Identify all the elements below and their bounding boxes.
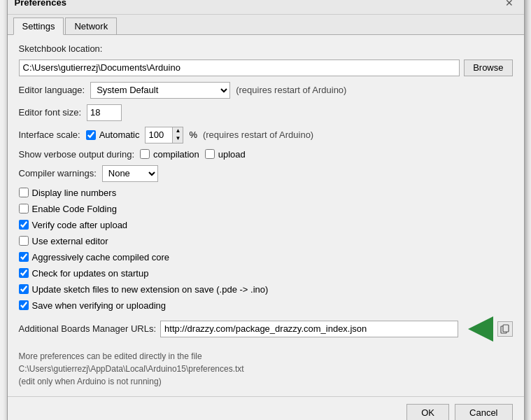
scale-spinbox: ▲ ▼ [145, 127, 183, 144]
boards-url-input[interactable] [160, 321, 458, 337]
auto-scale-checkbox-row: Automatic [86, 130, 140, 140]
editor-language-label: Editor language: [19, 85, 85, 95]
spinbox-up[interactable]: ▲ [173, 127, 183, 135]
tab-network[interactable]: Network [65, 18, 117, 34]
compiler-warnings-select[interactable]: None [102, 165, 158, 182]
copy-icon[interactable] [497, 321, 513, 337]
verbose-row: Show verbose output during: compilation … [19, 149, 513, 160]
sketchbook-input[interactable] [19, 59, 460, 76]
enable-code-folding-checkbox[interactable] [19, 204, 29, 214]
check-updates-checkbox[interactable] [19, 268, 29, 278]
tabs-container: Settings Network [8, 15, 524, 35]
compilation-checkbox[interactable] [140, 149, 150, 159]
ok-button[interactable]: OK [406, 404, 449, 421]
check-updates-row: Check for updates on startup [19, 268, 513, 279]
enable-code-folding-row: Enable Code Folding [19, 204, 513, 214]
editor-font-input[interactable] [87, 104, 122, 121]
upload-checkbox-row: upload [205, 149, 246, 160]
use-external-editor-label: Use external editor [32, 236, 108, 246]
save-when-verifying-label: Save when verifying or uploading [32, 300, 167, 311]
auto-scale-checkbox[interactable] [86, 130, 96, 140]
update-sketch-checkbox[interactable] [19, 284, 29, 294]
title-bar: Preferences ✕ [8, 0, 524, 15]
compiler-warnings-row: Compiler warnings: None [19, 165, 513, 182]
prefs-note: (edit only when Arduino is not running) [19, 375, 513, 388]
aggressive-cache-row: Aggressively cache compiled core [19, 252, 513, 262]
save-when-verifying-checkbox[interactable] [19, 300, 29, 310]
scale-input[interactable] [146, 127, 172, 143]
aggressive-cache-label: Aggressively cache compiled core [32, 252, 170, 262]
verbose-label: Show verbose output during: [19, 149, 135, 160]
display-line-numbers-label: Display line numbers [32, 188, 117, 198]
cancel-button[interactable]: Cancel [455, 404, 512, 421]
prefs-file-path: C:\Users\gutierrezj\AppData\Local\Arduin… [19, 363, 513, 375]
update-sketch-row: Update sketch files to new extension on … [19, 284, 513, 295]
compilation-label: compilation [153, 149, 199, 160]
more-prefs-text: More preferences can be edited directly … [19, 350, 513, 363]
tab-settings[interactable]: Settings [13, 18, 64, 35]
display-line-numbers-checkbox[interactable] [19, 188, 29, 197]
aggressive-cache-checkbox[interactable] [19, 252, 29, 262]
additional-boards-row: Additional Boards Manager URLs: [19, 316, 513, 342]
spinbox-buttons: ▲ ▼ [172, 127, 183, 143]
preferences-dialog: Preferences ✕ Settings Network Sketchboo… [7, 0, 525, 420]
sketchbook-row: Sketchbook location: [19, 43, 513, 54]
dialog-title: Preferences [15, 0, 66, 8]
editor-language-row: Editor language: System Default (require… [19, 82, 513, 99]
verify-code-row: Verify code after upload [19, 220, 513, 230]
compiler-warnings-label: Compiler warnings: [19, 168, 97, 178]
editor-language-note: (requires restart of Arduino) [236, 85, 346, 95]
verify-code-checkbox[interactable] [19, 220, 29, 230]
more-prefs-section: More preferences can be edited directly … [19, 350, 513, 388]
save-when-verifying-row: Save when verifying or uploading [19, 300, 513, 311]
arrow-indicator [468, 316, 493, 342]
upload-label: upload [218, 149, 246, 160]
verify-code-label: Verify code after upload [32, 220, 128, 230]
settings-content: Sketchbook location: Browse Editor langu… [8, 35, 524, 396]
browse-button[interactable]: Browse [464, 59, 512, 76]
additional-boards-label: Additional Boards Manager URLs: [19, 323, 157, 334]
use-external-editor-checkbox[interactable] [19, 236, 29, 246]
close-button[interactable]: ✕ [502, 0, 517, 10]
bottom-bar: OK Cancel [8, 396, 524, 421]
sketchbook-label: Sketchbook location: [19, 43, 103, 54]
spinbox-down[interactable]: ▼ [173, 135, 183, 143]
compilation-checkbox-row: compilation [140, 149, 199, 160]
scale-unit: % [189, 130, 197, 140]
svg-rect-1 [503, 325, 509, 332]
interface-scale-label: Interface scale: [19, 130, 80, 140]
use-external-editor-row: Use external editor [19, 236, 513, 246]
interface-scale-note: (requires restart of Arduino) [203, 130, 313, 140]
editor-language-select[interactable]: System Default [90, 82, 230, 99]
interface-scale-row: Interface scale: Automatic ▲ ▼ % (requir… [19, 127, 513, 144]
check-updates-label: Check for updates on startup [32, 268, 149, 279]
update-sketch-label: Update sketch files to new extension on … [32, 284, 269, 295]
display-line-numbers-row: Display line numbers [19, 188, 513, 198]
upload-checkbox[interactable] [205, 149, 215, 159]
sketchbook-input-row: Browse [19, 59, 513, 76]
editor-font-label: Editor font size: [19, 107, 82, 118]
auto-scale-label: Automatic [99, 130, 140, 140]
editor-font-row: Editor font size: [19, 104, 513, 121]
enable-code-folding-label: Enable Code Folding [32, 204, 117, 214]
